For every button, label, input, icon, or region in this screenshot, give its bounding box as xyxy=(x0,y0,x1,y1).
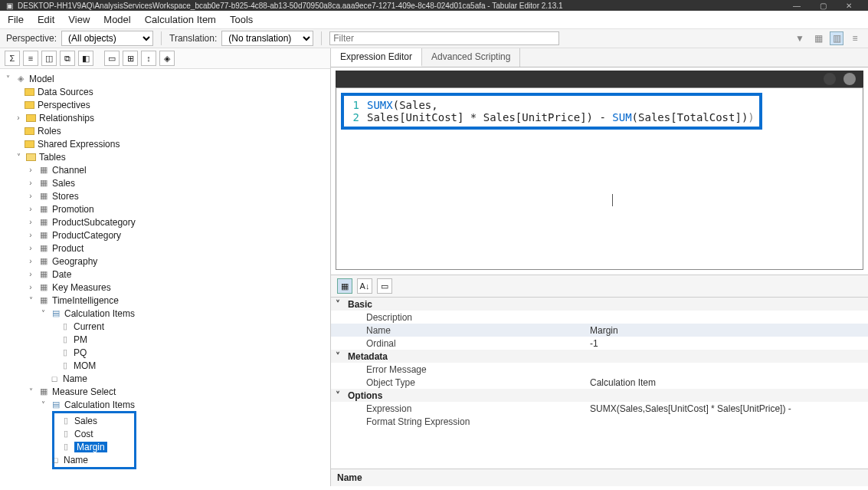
maximize-button[interactable]: ▢ xyxy=(810,2,836,10)
node-ti-current[interactable]: Current xyxy=(74,321,104,332)
folder-icon xyxy=(25,101,34,109)
prop-object-type[interactable]: Object Type xyxy=(345,377,590,388)
node-calcitems-a[interactable]: Calculation Items xyxy=(64,308,135,319)
tab-expression-editor[interactable]: Expression Editor xyxy=(331,48,422,67)
prop-expression-value[interactable]: SUMX(Sales,Sales[UnitCost] * Sales[UnitP… xyxy=(590,403,868,414)
node-ms-margin[interactable]: Margin xyxy=(74,442,107,452)
node-table-geography[interactable]: Geography xyxy=(52,256,97,267)
tool-sort[interactable]: ↕ xyxy=(141,51,156,66)
prop-ordinal[interactable]: Ordinal xyxy=(345,338,590,349)
tool-list[interactable]: ≡ xyxy=(23,51,38,66)
item-icon xyxy=(60,347,70,358)
view-icon-2[interactable]: ▥ xyxy=(830,31,843,45)
group-basic[interactable]: Basic xyxy=(345,299,590,310)
prop-ordinal-value[interactable]: -1 xyxy=(590,338,868,349)
item-icon xyxy=(61,429,71,439)
calc-icon xyxy=(51,400,61,410)
node-table-sales[interactable]: Sales xyxy=(52,178,75,189)
code-editor[interactable]: 1SUMX(Sales, 2Sales[UnitCost] * Sales[Un… xyxy=(336,87,863,270)
nav-forward-icon[interactable] xyxy=(843,73,856,85)
node-table-channel[interactable]: Channel xyxy=(52,165,87,176)
folder-icon xyxy=(25,140,34,148)
calc-icon xyxy=(51,308,61,319)
node-ms-cost[interactable]: Cost xyxy=(74,429,93,439)
node-model[interactable]: Model xyxy=(29,74,54,84)
cube-icon xyxy=(15,74,26,84)
table-icon xyxy=(38,178,49,189)
model-tree[interactable]: ˅Model Data Sources Perspectives ›Relati… xyxy=(0,69,330,486)
name-icon xyxy=(49,373,60,384)
node-ms-sales[interactable]: Sales xyxy=(74,416,97,426)
view-icon-1[interactable]: ▦ xyxy=(811,31,825,45)
property-grid[interactable]: ˅Basic Description NameMargin Ordinal-1 … xyxy=(331,297,868,469)
prop-description[interactable]: Description xyxy=(345,312,590,323)
tool-rect[interactable]: ▭ xyxy=(104,51,120,66)
table-icon xyxy=(38,269,49,280)
item-icon xyxy=(60,321,70,332)
node-table-promotion[interactable]: Promotion xyxy=(52,204,94,215)
perspective-toolbar: Perspective: (All objects) Translation: … xyxy=(0,29,868,48)
node-perspectives[interactable]: Perspectives xyxy=(38,100,90,110)
prop-name[interactable]: Name xyxy=(345,325,590,336)
minimize-button[interactable]: — xyxy=(784,2,810,10)
table-icon xyxy=(38,191,49,202)
node-roles[interactable]: Roles xyxy=(38,126,61,136)
node-ti-pq[interactable]: PQ xyxy=(74,347,87,358)
group-metadata[interactable]: Metadata xyxy=(345,351,590,362)
perspective-dropdown[interactable]: (All objects) xyxy=(61,31,153,46)
tool-half[interactable]: ◧ xyxy=(78,51,93,66)
menu-edit[interactable]: Edit xyxy=(38,14,54,25)
table-icon xyxy=(38,243,49,254)
node-table-product[interactable]: Product xyxy=(52,243,84,254)
node-name-b[interactable]: Name xyxy=(64,455,88,465)
folder-open-icon xyxy=(26,153,36,161)
node-tables[interactable]: Tables xyxy=(39,152,66,163)
prop-categorized-icon[interactable]: ▦ xyxy=(337,278,352,294)
tool-clone[interactable]: ⧉ xyxy=(60,51,75,66)
node-timeintelligence[interactable]: TimeIntelligence xyxy=(52,295,119,306)
prop-page-icon[interactable]: ▭ xyxy=(377,278,392,294)
tool-grid[interactable]: ⊞ xyxy=(123,51,138,66)
node-table-date[interactable]: Date xyxy=(52,269,71,280)
node-name-a[interactable]: Name xyxy=(63,373,87,384)
group-options[interactable]: Options xyxy=(345,390,590,401)
close-button[interactable]: ✕ xyxy=(836,2,862,10)
menu-calculation-item[interactable]: Calculation Item xyxy=(145,14,216,25)
node-shared-expressions[interactable]: Shared Expressions xyxy=(38,139,120,150)
tool-hierarchy[interactable]: ◫ xyxy=(41,51,57,66)
menu-tools[interactable]: Tools xyxy=(230,14,253,25)
text-cursor xyxy=(612,194,613,206)
menu-model[interactable]: Model xyxy=(103,14,130,25)
prop-alphabetical-icon[interactable]: A↓ xyxy=(357,278,372,294)
menu-file[interactable]: File xyxy=(8,14,24,25)
item-icon xyxy=(60,334,70,345)
node-measure-select[interactable]: Measure Select xyxy=(52,386,116,397)
tree-toolbar: Σ ≡ ◫ ⧉ ◧ ▭ ⊞ ↕ ◈ xyxy=(0,48,330,69)
view-icon-3[interactable]: ≡ xyxy=(848,31,862,45)
nav-back-icon[interactable] xyxy=(824,73,836,85)
translation-dropdown[interactable]: (No translation) xyxy=(221,31,313,46)
node-table-keymeasures[interactable]: Key Measures xyxy=(52,282,111,293)
node-data-sources[interactable]: Data Sources xyxy=(38,87,93,97)
prop-name-value[interactable]: Margin xyxy=(590,325,868,336)
filter-input[interactable] xyxy=(329,31,559,45)
filter-icon[interactable]: ▼ xyxy=(793,31,807,45)
tool-sigma[interactable]: Σ xyxy=(5,51,20,66)
menu-view[interactable]: View xyxy=(68,14,90,25)
table-icon xyxy=(38,217,49,228)
node-ti-mom[interactable]: MOM xyxy=(74,360,96,371)
node-relationships[interactable]: Relationships xyxy=(39,113,94,123)
node-table-stores[interactable]: Stores xyxy=(52,191,79,202)
editor-toolbar xyxy=(336,71,863,87)
tool-cube[interactable]: ◈ xyxy=(159,51,175,66)
prop-expression[interactable]: Expression xyxy=(345,403,590,414)
table-icon xyxy=(38,230,49,241)
node-table-productcategory[interactable]: ProductCategory xyxy=(52,230,121,241)
table-icon xyxy=(38,295,49,306)
tab-advanced-scripting[interactable]: Advanced Scripting xyxy=(422,48,520,67)
node-ti-pm[interactable]: PM xyxy=(74,334,87,345)
prop-error-message[interactable]: Error Message xyxy=(345,364,590,375)
node-table-productsubcategory[interactable]: ProductSubcategory xyxy=(52,217,136,228)
prop-format-string-expression[interactable]: Format String Expression xyxy=(345,416,590,427)
node-calcitems-b[interactable]: Calculation Items xyxy=(64,400,135,410)
